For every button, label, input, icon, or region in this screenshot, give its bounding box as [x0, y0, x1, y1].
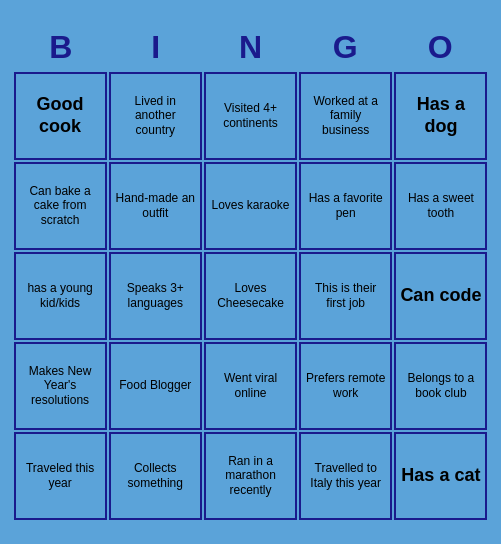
bingo-cell-15[interactable]: Makes New Year's resolutions	[14, 342, 107, 430]
bingo-letter-G: G	[298, 25, 393, 70]
bingo-cell-8[interactable]: Has a favorite pen	[299, 162, 392, 250]
bingo-cell-12[interactable]: Loves Cheesecake	[204, 252, 297, 340]
bingo-cell-19[interactable]: Belongs to a book club	[394, 342, 487, 430]
bingo-cell-9[interactable]: Has a sweet tooth	[394, 162, 487, 250]
bingo-cell-2[interactable]: Visited 4+ continents	[204, 72, 297, 160]
bingo-cell-20[interactable]: Traveled this year	[14, 432, 107, 520]
bingo-letter-O: O	[393, 25, 488, 70]
bingo-cell-0[interactable]: Good cook	[14, 72, 107, 160]
bingo-cell-17[interactable]: Went viral online	[204, 342, 297, 430]
bingo-cell-7[interactable]: Loves karaoke	[204, 162, 297, 250]
bingo-cell-14[interactable]: Can code	[394, 252, 487, 340]
bingo-letter-N: N	[203, 25, 298, 70]
bingo-cell-4[interactable]: Has a dog	[394, 72, 487, 160]
bingo-cell-11[interactable]: Speaks 3+ languages	[109, 252, 202, 340]
bingo-card: BINGO Good cookLived in another countryV…	[6, 17, 496, 528]
bingo-cell-10[interactable]: has a young kid/kids	[14, 252, 107, 340]
bingo-cell-3[interactable]: Worked at a family business	[299, 72, 392, 160]
bingo-letter-B: B	[14, 25, 109, 70]
bingo-cell-22[interactable]: Ran in a marathon recently	[204, 432, 297, 520]
bingo-letter-I: I	[108, 25, 203, 70]
bingo-cell-6[interactable]: Hand-made an outfit	[109, 162, 202, 250]
bingo-header: BINGO	[14, 25, 488, 70]
bingo-cell-21[interactable]: Collects something	[109, 432, 202, 520]
bingo-cell-13[interactable]: This is their first job	[299, 252, 392, 340]
bingo-cell-24[interactable]: Has a cat	[394, 432, 487, 520]
bingo-cell-16[interactable]: Food Blogger	[109, 342, 202, 430]
bingo-cell-18[interactable]: Prefers remote work	[299, 342, 392, 430]
bingo-cell-1[interactable]: Lived in another country	[109, 72, 202, 160]
bingo-cell-5[interactable]: Can bake a cake from scratch	[14, 162, 107, 250]
bingo-grid: Good cookLived in another countryVisited…	[14, 72, 488, 520]
bingo-cell-23[interactable]: Travelled to Italy this year	[299, 432, 392, 520]
